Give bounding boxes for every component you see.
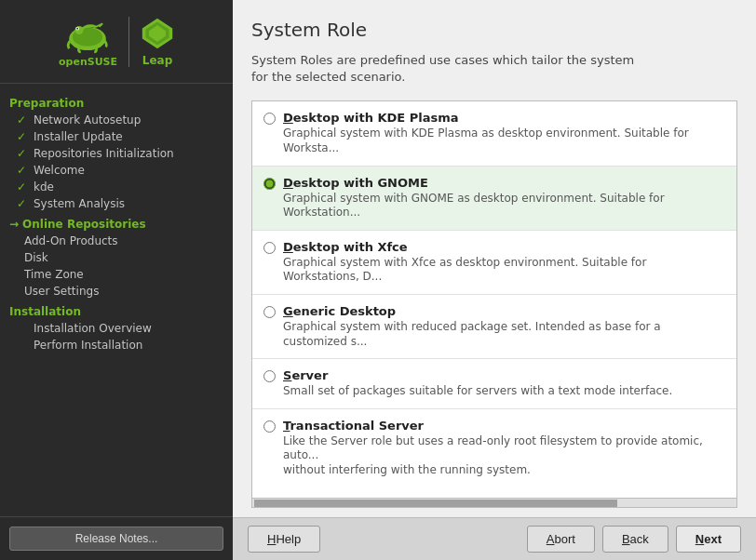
sidebar-item-label: Time Zone xyxy=(24,268,84,281)
sidebar-item-add-on-products[interactable]: Add-On Products xyxy=(0,233,233,249)
role-radio-transactional[interactable] xyxy=(263,420,276,433)
next-underline: N xyxy=(695,532,704,546)
role-item-xfce[interactable]: Desktop with Xfce Graphical system with … xyxy=(252,231,736,295)
role-name-generic: Generic Desktop xyxy=(283,304,725,318)
role-desc-server: Small set of packages suitable for serve… xyxy=(283,384,725,399)
sidebar-item-user-settings[interactable]: User Settings xyxy=(0,283,233,300)
bottom-bar-left: HHelp xyxy=(248,526,520,553)
role-info-xfce: Desktop with Xfce Graphical system with … xyxy=(283,240,725,285)
sidebar-item-label: System Analysis xyxy=(34,197,125,210)
role-radio-gnome[interactable] xyxy=(263,178,276,190)
sidebar-item-welcome[interactable]: ✓ Welcome xyxy=(0,162,233,179)
help-button[interactable]: HHelp xyxy=(248,526,320,553)
role-radio-generic[interactable] xyxy=(263,306,276,318)
section-installation: Installation xyxy=(0,300,233,320)
back-label: ack xyxy=(630,532,649,546)
role-item-gnome[interactable]: Desktop with GNOME Graphical system with… xyxy=(252,167,736,231)
sidebar-item-installer-update[interactable]: ✓ Installer Update xyxy=(0,128,233,145)
leap-text: Leap xyxy=(142,54,172,67)
role-info-gnome: Desktop with GNOME Graphical system with… xyxy=(283,176,725,220)
role-name-gnome: Desktop with GNOME xyxy=(283,176,725,190)
role-desc-generic: Graphical system with reduced package se… xyxy=(283,320,725,349)
role-info-generic: Generic Desktop Graphical system with re… xyxy=(283,304,725,349)
leap-logo: Leap xyxy=(141,17,174,67)
sidebar-item-label: Network Autosetup xyxy=(34,113,141,127)
role-radio-server[interactable] xyxy=(263,370,276,382)
arrow-icon: → xyxy=(9,218,19,231)
role-name-kde: Desktop with KDE Plasma xyxy=(283,111,725,125)
role-item-generic[interactable]: Generic Desktop Graphical system with re… xyxy=(252,295,736,359)
role-item-server[interactable]: Server Small set of packages suitable fo… xyxy=(252,359,736,409)
role-desc-kde: Graphical system with KDE Plasma as desk… xyxy=(283,127,725,155)
back-underline: B xyxy=(622,532,630,546)
sidebar-item-network-activation[interactable]: ✓ kde xyxy=(0,179,233,195)
description-line2: for the selected scenario. xyxy=(251,70,405,84)
leap-icon xyxy=(141,17,174,50)
role-info-transactional: Transactional Server Like the Server rol… xyxy=(283,419,725,478)
role-radio-kde[interactable] xyxy=(263,113,276,125)
logo-area: openSUSE Leap xyxy=(0,0,233,84)
sidebar-item-label: User Settings xyxy=(24,285,99,298)
role-name-xfce: Desktop with Xfce xyxy=(283,240,725,254)
sidebar-bottom: Release Notes... xyxy=(0,516,233,560)
bottom-bar: HHelp Abort Back Next xyxy=(233,517,756,560)
role-desc-xfce: Graphical system with Xfce as desktop en… xyxy=(283,256,725,285)
abort-label: bort xyxy=(555,532,575,546)
role-radio-xfce[interactable] xyxy=(263,242,276,254)
page-title: System Role xyxy=(251,19,737,41)
sidebar-nav: Preparation ✓ Network Autosetup ✓ Instal… xyxy=(0,84,233,516)
role-name-transactional: Transactional Server xyxy=(283,419,725,433)
roles-list[interactable]: Desktop with KDE Plasma Graphical system… xyxy=(252,101,736,498)
role-name-server: Server xyxy=(283,368,725,382)
section-online-repos: → Online Repositories xyxy=(0,212,233,233)
sidebar-item-label: Disk xyxy=(24,251,48,264)
sidebar-item-installation-overview[interactable]: Installation Overview xyxy=(0,320,233,337)
check-icon: ✓ xyxy=(17,147,30,160)
opensuse-text: openSUSE xyxy=(59,56,117,68)
opensuse-logo: openSUSE xyxy=(59,15,117,68)
role-info-kde: Desktop with KDE Plasma Graphical system… xyxy=(283,111,725,155)
chameleon-icon xyxy=(62,15,113,54)
page-description: System Roles are predefined use cases wh… xyxy=(251,52,737,86)
next-button[interactable]: Next xyxy=(676,526,741,553)
role-desc-gnome: Graphical system with GNOME as desktop e… xyxy=(283,192,725,220)
role-info-server: Server Small set of packages suitable fo… xyxy=(283,368,725,399)
section-preparation: Preparation xyxy=(0,91,233,112)
help-underline: H xyxy=(267,532,276,546)
svg-point-4 xyxy=(77,28,79,30)
sidebar-item-label: Repositories Initialization xyxy=(34,147,174,160)
sidebar: openSUSE Leap Preparation ✓ Network Auto… xyxy=(0,0,233,560)
sidebar-item-time-zone[interactable]: Time Zone xyxy=(0,266,233,283)
role-desc-transactional: Like the Server role but uses a read-onl… xyxy=(283,434,725,478)
sidebar-item-system-analysis[interactable]: ✓ System Analysis xyxy=(0,195,233,212)
check-icon: ✓ xyxy=(17,130,30,143)
abort-button[interactable]: Abort xyxy=(527,526,595,553)
sidebar-item-disk[interactable]: Disk xyxy=(0,249,233,266)
check-icon: ✓ xyxy=(17,197,30,210)
release-notes-button[interactable]: Release Notes... xyxy=(9,527,223,551)
check-icon: ✓ xyxy=(17,180,30,193)
sidebar-item-network-autosetup[interactable]: ✓ Network Autosetup xyxy=(0,112,233,128)
check-icon: ✓ xyxy=(17,164,30,177)
sidebar-item-label: Installer Update xyxy=(34,130,123,143)
scrollbar-thumb xyxy=(254,500,617,507)
description-line1: System Roles are predefined use cases wh… xyxy=(251,53,634,67)
content-area: System Role System Roles are predefined … xyxy=(233,0,756,517)
horizontal-scrollbar[interactable] xyxy=(252,498,736,507)
next-label: ext xyxy=(704,532,722,546)
sidebar-item-label: Perform Installation xyxy=(34,339,142,352)
role-item-transactional[interactable]: Transactional Server Like the Server rol… xyxy=(252,409,736,487)
sidebar-item-label: Add-On Products xyxy=(24,234,118,247)
roles-scroll-wrapper: Desktop with KDE Plasma Graphical system… xyxy=(251,100,737,508)
sidebar-item-perform-installation[interactable]: Perform Installation xyxy=(0,337,233,353)
sidebar-item-label: Installation Overview xyxy=(34,322,152,335)
sidebar-item-label: kde xyxy=(34,180,54,193)
abort-underline: A xyxy=(547,532,555,546)
sidebar-item-repositories-init[interactable]: ✓ Repositories Initialization xyxy=(0,145,233,162)
sidebar-item-label: Welcome xyxy=(34,164,85,177)
role-item-kde[interactable]: Desktop with KDE Plasma Graphical system… xyxy=(252,101,736,166)
bottom-bar-right: Abort Back Next xyxy=(527,526,741,553)
check-icon: ✓ xyxy=(17,113,30,127)
help-label: Help xyxy=(276,532,301,546)
back-button[interactable]: Back xyxy=(602,526,668,553)
